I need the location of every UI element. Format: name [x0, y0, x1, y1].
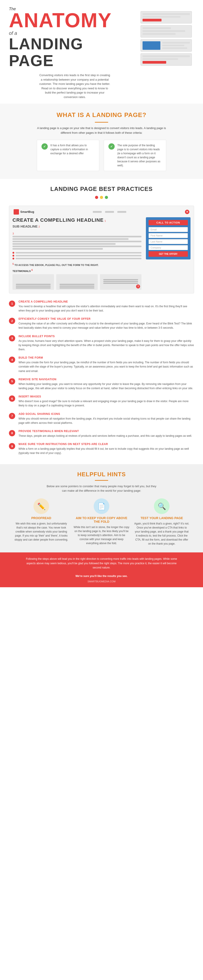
- demo-bullet-line-2: [16, 255, 141, 256]
- cta-email-input[interactable]: Email: [149, 227, 188, 232]
- tip-text-1: You need to develop a headline that will…: [19, 304, 194, 313]
- tip-title-3: INCLUDE BULLET POINTS: [19, 335, 194, 338]
- wireframe-box-2: [141, 25, 192, 38]
- hint-test-title: TEST YOUR LANDING PAGE: [134, 516, 190, 520]
- demo-text-block: 3: [13, 232, 141, 250]
- demo-close-btn: ✕: [185, 210, 189, 214]
- test-icon: 🔍: [158, 503, 166, 510]
- tip-number-7: 7: [9, 413, 15, 419]
- demo-sub-headline: SUB HEADLINE: [13, 224, 38, 228]
- demo-bullet-dot-1: [13, 252, 14, 254]
- tip-item-8: 8 PROVIDE TESTIMONIALS WHEN RELEVANT The…: [9, 430, 194, 438]
- cta-company-input[interactable]: Company: [149, 245, 188, 250]
- demo-body-row: CREATE A COMPELLING HEADLINE 1 SUB HEADL…: [13, 217, 190, 290]
- hint-test-text: Again, you'd think that's a given, right…: [134, 522, 190, 546]
- demo-bullet-1: [13, 252, 141, 254]
- cta-company-placeholder: Company: [151, 246, 161, 249]
- tip-item-6: 6 INSERT IMAGES Who doesn't love a good …: [9, 395, 194, 408]
- check-cards: ✓ It has a form that allows you to captu…: [13, 140, 190, 171]
- tip-content-2: EFFICIENTLY CONVEY THE VALUE OF YOUR OFF…: [19, 317, 194, 330]
- tip-content-9: MAKE SURE YOUR INSTRUCTIONS ON NEXT STEP…: [19, 442, 194, 455]
- t-line-3-3: [103, 283, 138, 284]
- hero-description: Converting visitors into leads is the fi…: [39, 73, 110, 99]
- cta-lastname-placeholder: Last Name: [151, 240, 162, 243]
- check-icon-1: ✓: [41, 143, 48, 150]
- demo-bullet-section: [13, 252, 141, 259]
- tip-title-2: EFFICIENTLY CONVEY THE VALUE OF YOUR OFF…: [19, 317, 194, 320]
- demo-bullet-line-1: [16, 252, 141, 253]
- tip-number-6: 6: [9, 395, 15, 402]
- tip-title-6: INSERT IMAGES: [19, 395, 194, 398]
- wireframe-box-3: [141, 39, 192, 52]
- smartbug-logo-icon: [14, 209, 19, 215]
- demo-text-line-5: [13, 246, 141, 247]
- cta-firstname-placeholder: First Name: [151, 234, 163, 237]
- tip-item-7: 7 ADD SOCIAL SHARING ICONS While you sho…: [9, 412, 194, 425]
- hint-fold-text: While this isn't set in stone, the longe…: [74, 525, 129, 545]
- check-icon-2: ✓: [108, 143, 115, 150]
- demo-sub-num: 2: [39, 225, 40, 228]
- tip-item-1: 1 CREATE A COMPELLING HEADLINE You need …: [9, 300, 194, 313]
- demo-nav-bar: SmartBug ✕: [13, 209, 190, 215]
- tip-number-9: 9: [9, 443, 15, 449]
- best-practices-section: LANDING PAGE BEST PRACTICES: [0, 179, 203, 206]
- cta-title: CALL TO ACTION: [149, 220, 188, 225]
- tip-title-9: MAKE SURE YOUR INSTRUCTIONS ON NEXT STEP…: [19, 442, 194, 445]
- demo-headline-num: 1: [105, 220, 106, 222]
- demo-bullet-dot-3: [13, 258, 14, 259]
- hints-section: HELPFUL HINTS Below are some pointers to…: [0, 464, 203, 552]
- footer-section: Following the steps above will lead you …: [0, 552, 203, 587]
- tip-text-3: As you know, humans have very short atte…: [19, 339, 194, 352]
- proofread-icon-circle: ✏️: [33, 498, 49, 514]
- tip-content-8: PROVIDE TESTIMONIALS WHEN RELEVANT These…: [19, 430, 192, 438]
- wireframe-box-4: [141, 53, 192, 66]
- demo-bullet-dot-2: [13, 255, 14, 256]
- demo-text-num-row: 3: [13, 232, 141, 235]
- check-card-1-text: It has a form that allows you to capture…: [51, 143, 95, 155]
- tips-list: 1 CREATE A COMPELLING HEADLINE You need …: [9, 300, 194, 455]
- testimonial-card-2: [56, 274, 98, 290]
- tip-title-7: ADD SOCIAL SHARING ICONS: [19, 412, 194, 415]
- testimonial-question-mark: ?: [136, 285, 140, 288]
- cta-lastname-input[interactable]: Last Name: [149, 239, 188, 244]
- t-line-1-1: [16, 284, 51, 285]
- dot-red: [95, 196, 98, 199]
- hero-anatomy-label: ANATOMY: [9, 10, 141, 30]
- demo-text-line-1: [13, 236, 141, 237]
- demo-testimonials-num: 6: [32, 269, 33, 271]
- tip-item-9: 9 MAKE SURE YOUR INSTRUCTIONS ON NEXT ST…: [9, 442, 194, 455]
- tip-content-4: BUILD THE FORM When you create the form …: [19, 356, 194, 373]
- footer-url: SMARTBUGMEDIA.COM: [9, 580, 194, 583]
- t-line-3-1: [103, 279, 138, 280]
- tip-item-5: 5 REMOVE SITE NAVIGATION When building y…: [9, 378, 194, 391]
- hints-title-underline: [95, 480, 108, 481]
- t-line-1-3: [16, 287, 51, 288]
- tip-title-4: BUILD THE FORM: [19, 356, 194, 359]
- tips-section: 1 CREATE A COMPELLING HEADLINE You need …: [0, 298, 203, 465]
- hint-card-test: 🔍 TEST YOUR LANDING PAGE Again, you'd th…: [134, 498, 190, 546]
- tip-content-5: REMOVE SITE NAVIGATION When building you…: [19, 378, 194, 391]
- demo-instructions: 5 TO ACCESS THE EBOOK, PLEASE FILL OUT T…: [13, 263, 141, 266]
- hero-landing-label: LANDING: [9, 36, 141, 52]
- testimonial-card-1: [13, 274, 54, 290]
- tip-text-2: Conveying the value of an offer concisel…: [19, 321, 194, 330]
- cta-form: CALL TO ACTION Email First Name Last Nam…: [146, 217, 190, 259]
- hint-card-proofread: ✏️ PROOFREAD We wish this was a given, b…: [13, 498, 69, 546]
- testimonial-card-3: ?: [100, 274, 141, 290]
- demo-nav-item-3: [117, 211, 126, 213]
- t-line-2-1: [60, 284, 95, 285]
- tip-content-1: CREATE A COMPELLING HEADLINE You need to…: [19, 300, 194, 313]
- t-line-2-2: [60, 286, 95, 287]
- cta-submit-button[interactable]: GET THE OFFER!: [149, 251, 188, 257]
- tip-text-4: When you create the form for your landin…: [19, 360, 194, 373]
- hints-title: HELPFUL HINTS: [13, 471, 190, 478]
- what-title-underline: [95, 122, 108, 123]
- tip-text-7: While you should remove all navigation f…: [19, 417, 194, 425]
- demo-headline: CREATE A COMPELLING HEADLINE: [13, 217, 104, 223]
- tip-number-5: 5: [9, 378, 15, 385]
- demo-instructions-num: 5: [13, 263, 14, 265]
- cta-firstname-input[interactable]: First Name: [149, 233, 188, 238]
- demo-text-line-2: [13, 238, 128, 240]
- hero-page-label: PAGE: [9, 52, 141, 70]
- footer-text: Following the steps above will lead you …: [24, 557, 179, 578]
